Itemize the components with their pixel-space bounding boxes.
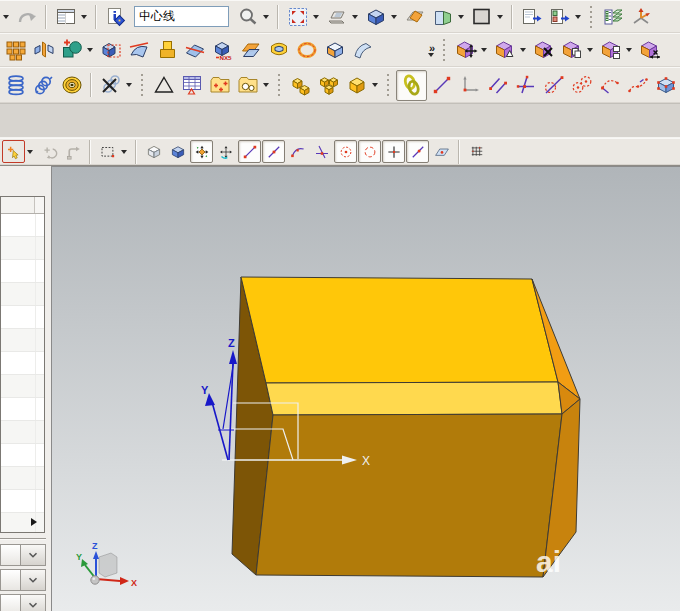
quadrant-point-button[interactable] <box>358 140 381 163</box>
split-body-button[interactable] <box>181 37 208 64</box>
suppress-spring-button[interactable] <box>97 72 124 99</box>
dropdown-caret-icon[interactable] <box>575 15 581 19</box>
dropdown-caret-icon[interactable] <box>3 15 9 19</box>
box-top-face[interactable] <box>241 277 558 383</box>
end-point-button[interactable] <box>238 140 261 163</box>
view-combo-1-dropdown-button[interactable] <box>20 544 46 566</box>
feature-cube-button[interactable] <box>321 37 348 64</box>
scene-canvas[interactable]: X Z Y Z Y X <box>52 167 680 611</box>
dropdown-caret-icon[interactable] <box>587 48 593 52</box>
pattern-feature-button[interactable] <box>2 37 29 64</box>
display-mode-button[interactable] <box>323 3 350 30</box>
dropdown-caret-icon[interactable] <box>126 83 132 87</box>
view-layout-button[interactable] <box>52 3 79 30</box>
trimmed-sheet-button[interactable] <box>125 37 152 64</box>
thread-button[interactable] <box>293 37 320 64</box>
arc-constraint-button[interactable] <box>596 72 623 99</box>
navigator-row[interactable] <box>1 375 44 398</box>
search-button[interactable] <box>234 3 261 30</box>
clip-section-button[interactable] <box>401 3 428 30</box>
group-circles-button[interactable] <box>234 72 261 99</box>
extrude-button[interactable] <box>153 37 180 64</box>
existing-point-button[interactable] <box>382 140 405 163</box>
navigator-scroll-arrow-icon[interactable] <box>31 518 37 526</box>
toolbar-drag-handle[interactable] <box>386 73 391 97</box>
delete-face-button[interactable] <box>530 37 557 64</box>
thread-coil-button[interactable] <box>2 72 29 99</box>
grid-button[interactable] <box>465 140 488 163</box>
offset-surface-button[interactable] <box>237 37 264 64</box>
resize-blend-button[interactable] <box>597 37 624 64</box>
graphics-window[interactable]: X Z Y Z Y X <box>52 166 680 611</box>
background-button[interactable] <box>468 3 495 30</box>
view-combo-2-dropdown-button[interactable] <box>20 569 46 591</box>
sketch-dimension-button[interactable] <box>456 72 483 99</box>
arc-center-button[interactable] <box>334 140 357 163</box>
dropdown-caret-icon[interactable] <box>121 150 127 154</box>
nx5-feature-button[interactable]: NX5 <box>209 37 236 64</box>
view-combo-3-field[interactable] <box>0 594 20 611</box>
tangent-constraint-button[interactable] <box>540 72 567 99</box>
toolbar-drag-handle[interactable] <box>140 73 145 97</box>
rotate-point-button[interactable] <box>214 140 237 163</box>
dropdown-caret-icon[interactable] <box>352 15 358 19</box>
dropdown-caret-icon[interactable] <box>497 15 503 19</box>
navigator-row[interactable] <box>1 260 44 283</box>
flange-button[interactable] <box>349 37 376 64</box>
view-combo-2-field[interactable] <box>0 569 20 591</box>
command-finder-input[interactable] <box>134 6 229 27</box>
point-on-curve-button[interactable] <box>406 140 429 163</box>
view-triad[interactable]: Z Y X <box>76 541 137 588</box>
view-combo-3-dropdown-button[interactable] <box>20 594 46 611</box>
view-section-button[interactable] <box>429 3 456 30</box>
dropdown-caret-icon[interactable] <box>263 15 269 19</box>
window-export-button[interactable] <box>518 3 545 30</box>
fit-view-button[interactable] <box>284 3 311 30</box>
navigator-row[interactable] <box>1 214 44 237</box>
assembly-cubes-button[interactable] <box>287 72 314 99</box>
dropdown-caret-icon[interactable] <box>263 83 269 87</box>
wcs-orient-button[interactable] <box>627 3 654 30</box>
navigator-row[interactable] <box>1 398 44 421</box>
copy-face-button[interactable] <box>558 37 585 64</box>
navigator-row[interactable] <box>1 352 44 375</box>
spring-button[interactable] <box>30 72 57 99</box>
navigator-row[interactable] <box>1 283 44 306</box>
unite-button[interactable] <box>58 37 85 64</box>
point-on-face-button[interactable] <box>430 140 453 163</box>
trim-body-button[interactable] <box>97 37 124 64</box>
shaded-view-button[interactable] <box>166 140 189 163</box>
navigator-row[interactable] <box>1 237 44 260</box>
dropdown-caret-icon[interactable] <box>87 48 93 52</box>
navigator-row[interactable] <box>1 329 44 352</box>
concentric-constraint-button[interactable] <box>568 72 595 99</box>
resize-face-button[interactable] <box>636 37 663 64</box>
control-point-button[interactable] <box>286 140 309 163</box>
washer-button[interactable] <box>58 72 85 99</box>
dropdown-caret-icon[interactable] <box>372 83 378 87</box>
box-bevel-face[interactable] <box>266 382 562 415</box>
draft-button[interactable] <box>150 72 177 99</box>
triad-origin-sphere[interactable] <box>91 576 99 584</box>
perpendicular-constraint-button[interactable] <box>512 72 539 99</box>
rendering-style-button[interactable] <box>362 3 389 30</box>
navigator-row[interactable] <box>1 513 44 533</box>
navigator-table[interactable] <box>0 196 45 533</box>
move-face-button[interactable] <box>452 37 479 64</box>
dropdown-caret-icon[interactable] <box>27 150 33 154</box>
window-import-button[interactable] <box>546 3 573 30</box>
layer-settings-button[interactable] <box>599 3 626 30</box>
navigator-row[interactable] <box>1 490 44 513</box>
sketch-line-button[interactable] <box>428 72 455 99</box>
intersection-point-button[interactable] <box>310 140 333 163</box>
dropdown-caret-icon[interactable] <box>313 15 319 19</box>
navigator-row[interactable] <box>1 421 44 444</box>
dropdown-caret-icon[interactable] <box>626 48 632 52</box>
navigator-row[interactable] <box>1 444 44 467</box>
point-set-button[interactable] <box>652 72 679 99</box>
constraints-toggle-button[interactable] <box>396 70 427 101</box>
assembly-pattern-button[interactable] <box>315 72 342 99</box>
dropdown-caret-icon[interactable] <box>428 53 434 57</box>
toolbar-drag-handle[interactable] <box>277 73 282 97</box>
toolbar-overflow[interactable]: » <box>427 44 437 57</box>
